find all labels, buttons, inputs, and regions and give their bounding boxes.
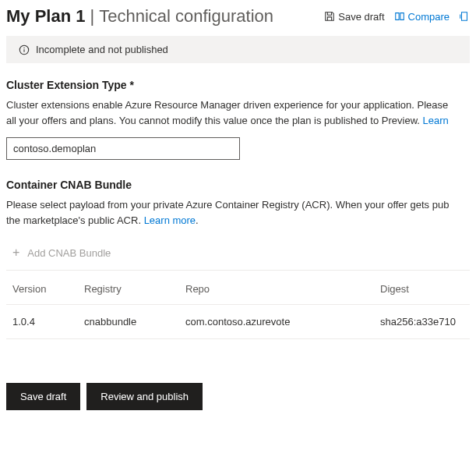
- plus-icon: +: [12, 246, 19, 259]
- cnab-heading: Container CNAB Bundle: [6, 179, 470, 191]
- svg-point-1: [23, 47, 24, 48]
- required-indicator: *: [129, 79, 133, 91]
- compare-label: Compare: [408, 11, 450, 23]
- add-cnab-label: Add CNAB Bundle: [27, 247, 111, 259]
- cnab-learn-link[interactable]: Learn more: [144, 214, 196, 226]
- cluster-ext-heading: Cluster Extension Type *: [6, 79, 470, 91]
- save-draft-header-label: Save draft: [338, 11, 384, 23]
- page-title: Technical configuration: [99, 6, 273, 27]
- cluster-ext-desc: Cluster extensions enable Azure Resource…: [6, 97, 470, 128]
- status-text: Incomplete and not published: [36, 44, 168, 55]
- action-icon: [459, 11, 470, 22]
- cell-registry: cnabbundle: [84, 305, 185, 339]
- footer-actions: Save draft Review and publish: [0, 383, 476, 410]
- compare-icon: [394, 11, 405, 22]
- save-icon: [324, 11, 335, 22]
- table-header-row: Version Registry Repo Digest: [6, 272, 470, 305]
- cell-repo: com.contoso.azurevote: [185, 305, 380, 339]
- cluster-extension-type-input[interactable]: [6, 137, 240, 160]
- breadcrumb: My Plan 1 | Technical configuration: [6, 6, 324, 27]
- cnab-desc: Please select payload from your private …: [6, 197, 470, 228]
- review-publish-button[interactable]: Review and publish: [86, 383, 203, 410]
- title-divider: |: [90, 6, 94, 27]
- cell-version: 1.0.4: [6, 305, 84, 339]
- header-actions: Save draft Compare: [324, 11, 470, 23]
- compare-button[interactable]: Compare: [394, 11, 450, 23]
- truncated-action[interactable]: [459, 11, 470, 22]
- cluster-learn-link[interactable]: Learn: [423, 115, 449, 126]
- col-repo: Repo: [185, 272, 380, 305]
- info-icon: [19, 44, 30, 55]
- save-draft-button[interactable]: Save draft: [6, 383, 80, 410]
- save-draft-header-button[interactable]: Save draft: [324, 11, 384, 23]
- status-banner: Incomplete and not published: [6, 36, 470, 63]
- add-cnab-bundle-button[interactable]: + Add CNAB Bundle: [6, 237, 470, 271]
- col-registry: Registry: [84, 272, 185, 305]
- table-row: 1.0.4 cnabbundle com.contoso.azurevote s…: [6, 305, 470, 339]
- cnab-table: Version Registry Repo Digest 1.0.4 cnabb…: [6, 272, 470, 339]
- plan-name: My Plan 1: [6, 6, 85, 27]
- col-digest: Digest: [380, 272, 470, 305]
- col-version: Version: [6, 272, 84, 305]
- cell-digest: sha256:a33e710: [380, 305, 470, 339]
- page-header: My Plan 1 | Technical configuration Save…: [0, 0, 476, 33]
